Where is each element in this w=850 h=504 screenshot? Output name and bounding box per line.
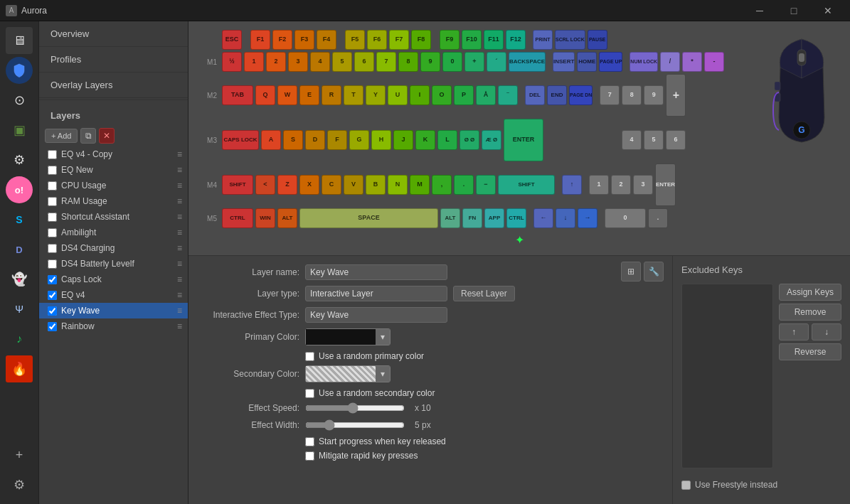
key-backspace[interactable]: BACKSPACE — [509, 52, 546, 72]
key-f4[interactable]: F4 — [317, 30, 336, 50]
secondary-color-button[interactable]: ▾ — [305, 365, 391, 382]
layer-item-shortcut[interactable]: Shortcut Assistant≡ — [39, 209, 188, 225]
key-period[interactable]: . — [454, 175, 474, 195]
sidebar-item-minecraft[interactable]: ▣ — [6, 117, 33, 144]
key-num1[interactable]: 1 — [589, 175, 609, 195]
layer-checkbox[interactable] — [48, 322, 57, 331]
key-lshift[interactable]: SHIFT — [222, 175, 253, 195]
layer-checkbox[interactable] — [48, 259, 57, 269]
key-3[interactable]: 3 — [288, 52, 308, 72]
add-layer-button[interactable]: + Add — [45, 129, 78, 143]
key-rctrl[interactable]: CTRL — [506, 208, 526, 228]
key-right[interactable]: → — [578, 208, 597, 228]
key-f9[interactable]: F9 — [440, 30, 459, 50]
key-b[interactable]: B — [366, 175, 386, 195]
sidebar-item-monitor[interactable]: 🖥 — [6, 27, 33, 54]
key-acute[interactable]: ´ — [487, 52, 506, 72]
layer-item[interactable]: EQ New≡ — [39, 162, 188, 178]
key-num5[interactable]: 5 — [644, 130, 664, 150]
layer-checkbox[interactable] — [48, 228, 57, 237]
sidebar-item-settings[interactable]: ⚙ — [6, 146, 33, 173]
up-button[interactable]: ↑ — [779, 323, 809, 341]
layer-checkbox[interactable] — [48, 275, 57, 284]
sidebar-item-overwatch[interactable]: ⊙ — [6, 87, 33, 114]
key-num7[interactable]: 7 — [600, 85, 620, 105]
key-less[interactable]: < — [255, 175, 275, 195]
key-9[interactable]: 9 — [420, 52, 440, 72]
key-numminus[interactable]: - — [704, 52, 724, 72]
layer-type-select[interactable]: Interactive Layer Static Layer Gradient … — [305, 286, 447, 301]
key-v[interactable]: V — [344, 175, 363, 195]
key-capslock[interactable]: CAPS LOCK — [222, 130, 259, 150]
key-f3[interactable]: F3 — [294, 30, 314, 50]
key-oslash[interactable]: Ø Ø — [459, 130, 479, 150]
layer-checkbox[interactable] — [48, 181, 57, 191]
key-num3[interactable]: 3 — [633, 175, 653, 195]
key-delete[interactable]: DEL — [525, 85, 545, 105]
layer-checkbox[interactable] — [48, 244, 57, 253]
primary-color-button[interactable]: ▾ — [305, 328, 391, 345]
key-pageup[interactable]: PAGE UP — [599, 52, 622, 72]
layer-item-caps[interactable]: Caps Lock≡ — [39, 272, 188, 287]
key-c[interactable]: C — [322, 175, 341, 195]
key-r[interactable]: R — [322, 85, 341, 105]
layer-checkbox[interactable] — [48, 291, 57, 300]
sidebar-item-fire[interactable]: 🔥 — [6, 355, 33, 382]
key-g[interactable]: G — [349, 130, 369, 150]
layer-item-ds4c[interactable]: DS4 Charging≡ — [39, 240, 188, 256]
key-up[interactable]: ↑ — [562, 175, 582, 195]
key-comma[interactable]: , — [432, 175, 452, 195]
key-k[interactable]: K — [415, 130, 435, 150]
effect-width-slider[interactable] — [305, 419, 405, 431]
key-z[interactable]: Z — [277, 175, 297, 195]
key-num8[interactable]: 8 — [622, 85, 642, 105]
key-pause[interactable]: PAUSE — [588, 30, 607, 50]
sidebar-item-osu[interactable]: o! — [6, 176, 33, 203]
mitigate-checkbox[interactable] — [305, 451, 314, 461]
key-f5[interactable]: F5 — [345, 30, 365, 50]
key-j[interactable]: J — [393, 130, 413, 150]
key-y[interactable]: Y — [366, 85, 386, 105]
down-button[interactable]: ↓ — [812, 323, 841, 341]
key-down[interactable]: ↓ — [556, 208, 575, 228]
key-plus[interactable]: + — [464, 52, 484, 72]
key-num0[interactable]: 0 — [605, 208, 646, 228]
key-i[interactable]: I — [410, 85, 430, 105]
key-8[interactable]: 8 — [398, 52, 418, 72]
key-ralt[interactable]: ALT — [440, 208, 460, 228]
secondary-color-dropdown[interactable]: ▾ — [376, 366, 390, 382]
layer-item-ds4b[interactable]: DS4 Batterly Levelf≡ — [39, 256, 188, 272]
key-aa[interactable]: Å — [476, 85, 496, 105]
key-enter[interactable]: ENTER — [504, 119, 543, 161]
key-numplus[interactable]: + — [666, 74, 686, 117]
key-esc[interactable]: ESC — [222, 30, 242, 50]
layer-item[interactable]: CPU Usage≡ — [39, 178, 188, 193]
remove-button[interactable]: Remove — [779, 304, 841, 321]
key-f10[interactable]: F10 — [462, 30, 482, 50]
key-7[interactable]: 7 — [376, 52, 396, 72]
sidebar-item-ghost[interactable]: 👻 — [6, 266, 33, 293]
key-f11[interactable]: F11 — [484, 30, 504, 50]
key-4[interactable]: 4 — [310, 52, 330, 72]
key-tab[interactable]: TAB — [222, 85, 253, 105]
key-num4[interactable]: 4 — [622, 130, 642, 150]
key-minus[interactable]: − — [476, 175, 496, 195]
nav-overlay-layers[interactable]: Overlay Layers — [39, 73, 188, 98]
key-left[interactable]: ← — [533, 208, 553, 228]
key-tilde[interactable]: ½ — [222, 52, 242, 72]
key-q[interactable]: Q — [255, 85, 275, 105]
effect-type-select[interactable]: Key Wave Rainbow Breathing — [305, 307, 447, 323]
key-f1[interactable]: F1 — [250, 30, 270, 50]
key-space[interactable]: SPACE — [299, 208, 438, 228]
key-numdivide[interactable]: / — [660, 52, 680, 72]
sidebar-item-spotify[interactable]: ♪ — [6, 326, 33, 353]
key-f8[interactable]: F8 — [411, 30, 431, 50]
key-nummultiply[interactable]: * — [682, 52, 702, 72]
key-t[interactable]: T — [344, 85, 363, 105]
reverse-button[interactable]: Reverse — [779, 343, 841, 360]
key-l[interactable]: L — [437, 130, 457, 150]
layer-item-eqv4[interactable]: EQ v4≡ — [39, 287, 188, 303]
layer-item-ambilight[interactable]: Ambilight≡ — [39, 225, 188, 240]
key-f6[interactable]: F6 — [367, 30, 387, 50]
key-lalt[interactable]: ALT — [277, 208, 297, 228]
